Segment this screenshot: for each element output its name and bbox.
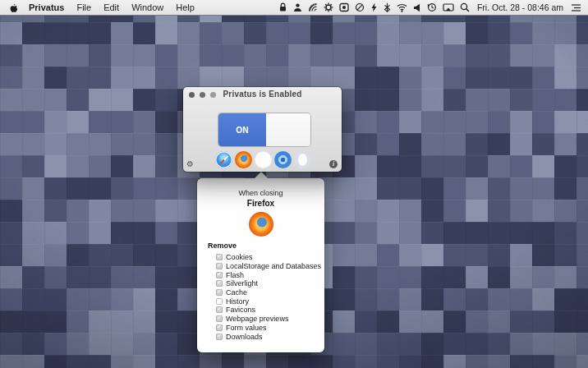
fan-icon[interactable] [308, 2, 318, 12]
checkbox-label: LocalStorage and Databases [226, 262, 321, 270]
checkbox-label: Cookies [226, 253, 253, 261]
airplay-display-icon[interactable] [443, 3, 454, 12]
checkbox-form-values[interactable] [216, 324, 223, 331]
firefox-settings-popover: When closing Firefox Remove Cookies Loca… [197, 178, 324, 352]
chromium-icon[interactable] [274, 151, 292, 168]
close-button[interactable] [189, 92, 195, 98]
settings-gear-icon[interactable]: ⚙ [186, 160, 194, 168]
safari-icon[interactable] [215, 151, 232, 168]
popover-arrow [255, 172, 268, 178]
opera-icon[interactable] [294, 151, 311, 168]
apple-menu-icon[interactable] [8, 2, 18, 13]
checkbox-label: Downloads [226, 333, 263, 341]
checkbox-label: History [226, 297, 249, 306]
checkbox-favicons[interactable] [216, 306, 223, 313]
traffic-lights [189, 92, 216, 98]
notification-center-icon[interactable] [571, 3, 581, 12]
popover-heading: When closing [197, 189, 324, 197]
menu-item-edit[interactable]: Edit [103, 2, 119, 12]
check-row-downloads: Downloads [216, 332, 324, 341]
lock-icon[interactable] [278, 2, 287, 12]
toggle-on-segment[interactable]: ON [218, 113, 266, 146]
menu-bar-clock[interactable]: Fri. Oct. 28 - 08:46 am [477, 2, 563, 12]
privatus-window: Privatus is Enabled ON ⚙ i [183, 87, 342, 172]
check-row-history: History [216, 297, 324, 306]
firefox-large-icon [249, 212, 273, 237]
checkbox-webpage-previews[interactable] [216, 315, 223, 322]
chrome-icon[interactable] [255, 151, 272, 168]
checkbox-label: Flash [226, 271, 244, 279]
checkbox-label: Form values [226, 324, 267, 332]
menu-item-window[interactable]: Window [131, 2, 163, 12]
screen-recorder-icon[interactable] [339, 2, 349, 12]
menu-item-help[interactable]: Help [176, 2, 195, 12]
volume-icon[interactable] [413, 3, 421, 12]
checkbox-cache[interactable] [216, 289, 223, 296]
checkbox-label: Favicons [226, 306, 255, 314]
checkbox-downloads[interactable] [216, 334, 223, 340]
checkbox-label: Cache [226, 288, 247, 297]
check-row-cookies: Cookies [216, 253, 324, 262]
check-row-webpage-previews: Webpage previews [216, 315, 324, 324]
user-icon[interactable] [293, 2, 302, 12]
zoom-button[interactable] [210, 92, 216, 98]
checkbox-cookies[interactable] [216, 254, 223, 260]
checkbox-localstorage[interactable] [216, 263, 223, 269]
gear-icon[interactable] [324, 2, 333, 12]
flash-icon[interactable] [370, 2, 378, 12]
check-row-form-values: Form values [216, 324, 324, 333]
check-row-cache: Cache [216, 288, 324, 297]
checkbox-label: Silverlight [226, 279, 258, 288]
firefox-icon[interactable] [235, 151, 252, 168]
menu-bar-left: Privatus File Edit Window Help [0, 2, 278, 13]
menu-bar: Privatus File Edit Window Help [0, 0, 588, 16]
time-machine-icon[interactable] [427, 2, 437, 12]
privacy-toggle[interactable]: ON [218, 113, 310, 146]
wifi-icon[interactable] [397, 3, 407, 12]
check-row-flash: Flash [216, 270, 324, 279]
checkbox-history[interactable] [216, 298, 223, 305]
check-row-silverlight: Silverlight [216, 279, 324, 288]
popover-browser-name: Firefox [197, 199, 324, 208]
check-row-favicons: Favicons [216, 306, 324, 315]
spotlight-icon[interactable] [460, 2, 470, 12]
toggle-off-segment[interactable] [266, 113, 310, 146]
bluetooth-icon[interactable] [384, 2, 391, 12]
checkbox-silverlight[interactable] [216, 280, 223, 287]
checkbox-flash[interactable] [216, 272, 223, 278]
do-not-disturb-icon[interactable] [355, 2, 365, 12]
menu-item-file[interactable]: File [76, 2, 91, 12]
remove-checklist: Cookies LocalStorage and Databases Flash… [216, 253, 324, 341]
menu-item-app[interactable]: Privatus [29, 2, 64, 12]
minimize-button[interactable] [200, 92, 205, 98]
check-row-localstorage: LocalStorage and Databases [216, 262, 324, 271]
remove-section-label: Remove [208, 242, 324, 250]
window-titlebar[interactable]: Privatus is Enabled [183, 87, 342, 101]
info-icon[interactable]: i [329, 160, 338, 168]
checkbox-label: Webpage previews [226, 315, 288, 323]
menu-bar-status-area: Fri. Oct. 28 - 08:46 am [278, 2, 588, 12]
browser-icon-row [215, 151, 311, 168]
